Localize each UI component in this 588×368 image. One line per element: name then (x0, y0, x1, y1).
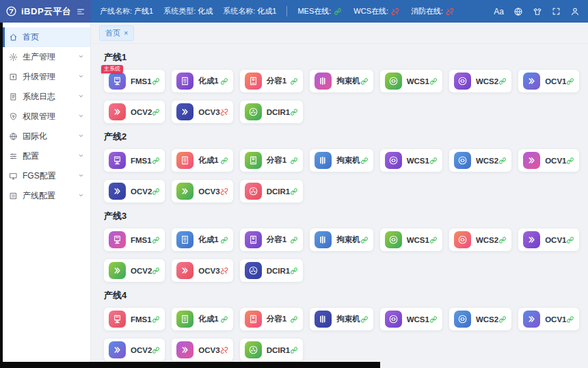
chevron-down-icon (77, 92, 85, 102)
header-status-item: 消防在线: (411, 6, 454, 16)
card-label: OCV3 (198, 187, 219, 196)
card-label: OCV1 (545, 77, 566, 86)
home-icon (9, 33, 18, 42)
language-globe-icon[interactable] (513, 7, 523, 16)
ocv-icon (176, 183, 193, 200)
card-fms1[interactable]: 主系统FMS1 (104, 70, 165, 92)
card-化成1[interactable]: 化成1 (172, 228, 232, 251)
link-status-online-icon (290, 187, 298, 196)
card-wcs2[interactable]: WCS2 (449, 308, 511, 330)
card-分容1[interactable]: 分容1 (240, 70, 304, 92)
card-wcs1[interactable]: WCS1 (380, 70, 442, 92)
header-info-label: 系统名称: (223, 7, 255, 15)
sidebar-item-config[interactable]: 配置 (0, 146, 90, 166)
card-分容1[interactable]: 分容1 (240, 149, 304, 172)
restraint-icon (315, 311, 332, 328)
card-化成1[interactable]: 化成1 (172, 149, 232, 172)
card-wcs2[interactable]: WCS2 (449, 149, 511, 172)
card-label: WCS2 (476, 236, 498, 244)
card-label: OCV1 (545, 236, 566, 244)
card-ocv2[interactable]: OCV2 (104, 180, 165, 202)
header-bar: iBDP云平台 产线名称:产线1系统类型:化成系统名称:化成1 MES在线:WC… (0, 0, 588, 23)
card-fms1[interactable]: FMS1 (104, 149, 165, 172)
ocv-icon (523, 73, 540, 90)
card-ocv1[interactable]: OCV1 (518, 70, 579, 92)
link-status-online-icon (290, 267, 298, 275)
card-label: OCV2 (131, 346, 152, 354)
card-dcir1[interactable]: DCIR1 (240, 180, 304, 202)
main-area: 首页 × 产线1主系统FMS1化成1分容1拘束机WCS1WCS2OCV1OCV2… (92, 23, 588, 368)
card-dcir1[interactable]: DCIR1 (240, 101, 304, 123)
card-label: 分容1 (267, 235, 286, 245)
link-status-online-icon (152, 315, 160, 324)
card-分容1[interactable]: 分容1 (240, 308, 304, 330)
card-ocv2[interactable]: OCV2 (104, 339, 165, 361)
fgs-icon (9, 172, 18, 181)
card-拘束机[interactable]: 拘束机 (310, 308, 373, 330)
link-status-online-icon (360, 77, 369, 86)
card-ocv1[interactable]: OCV1 (518, 228, 579, 251)
card-ocv3[interactable]: OCV3 (172, 339, 232, 361)
card-dcir1[interactable]: DCIR1 (240, 259, 304, 282)
tab-home[interactable]: 首页 × (99, 25, 134, 41)
chevron-down-icon (77, 152, 85, 161)
link-status-online-icon (152, 236, 160, 244)
sidebar-item-permission[interactable]: 权限管理 (0, 107, 90, 127)
card-wcs1[interactable]: WCS1 (380, 308, 442, 330)
card-ocv3[interactable]: OCV3 (172, 101, 232, 123)
card-wcs1[interactable]: WCS1 (380, 228, 442, 251)
ocv-icon (176, 103, 193, 120)
header-status-item: MES在线: (297, 6, 342, 16)
sidebar-item-home[interactable]: 首页 (0, 27, 90, 47)
header-info-label: 产线名称: (100, 7, 132, 15)
card-label: WCS2 (476, 315, 498, 324)
screen-edge-left (0, 23, 3, 368)
card-label: FMS1 (131, 315, 152, 324)
link-status-online-icon (429, 315, 438, 324)
card-ocv3[interactable]: OCV3 (172, 259, 232, 282)
card-label: DCIR1 (267, 346, 291, 354)
card-ocv2[interactable]: OCV2 (104, 101, 165, 123)
card-wcs2[interactable]: WCS2 (449, 228, 511, 251)
card-拘束机[interactable]: 拘束机 (310, 149, 373, 172)
tab-bar: 首页 × (92, 23, 588, 44)
production-line-section: 产线4FMS1化成1分容1拘束机WCS1WCS2OCV1OCV2OCV3DCIR… (104, 289, 578, 361)
ocv-icon (523, 231, 540, 248)
card-化成1[interactable]: 化成1 (172, 308, 232, 330)
card-label: WCS2 (476, 77, 498, 86)
sidebar-item-production[interactable]: 生产管理 (0, 47, 90, 67)
sidebar-item-fgs-config[interactable]: FGS配置 (0, 166, 90, 186)
card-拘束机[interactable]: 拘束机 (310, 70, 373, 92)
card-fms1[interactable]: FMS1 (104, 308, 165, 330)
card-拘束机[interactable]: 拘束机 (310, 228, 373, 251)
sidebar-item-line-config[interactable]: 产线配置 (0, 186, 90, 206)
card-ocv3[interactable]: OCV3 (172, 180, 232, 202)
sidebar-item-logs[interactable]: 系统日志 (0, 87, 90, 107)
tab-close-icon[interactable]: × (124, 29, 128, 37)
card-label: WCS1 (407, 77, 429, 86)
permission-icon (9, 112, 18, 121)
card-fms1[interactable]: FMS1 (104, 228, 165, 251)
sidebar-item-i18n[interactable]: 国际化 (0, 127, 90, 146)
collapse-sidebar-icon[interactable] (76, 7, 85, 16)
card-label: WCS1 (407, 236, 429, 244)
card-label: 化成1 (198, 314, 218, 324)
font-size-button[interactable]: Aa (494, 7, 504, 16)
fullscreen-icon[interactable] (552, 7, 561, 16)
card-wcs2[interactable]: WCS2 (449, 70, 511, 92)
header-status-label: 消防在线: (411, 6, 443, 16)
card-ocv1[interactable]: OCV1 (518, 308, 579, 330)
card-化成1[interactable]: 化成1 (172, 70, 232, 92)
sidebar-item-label: 配置 (23, 150, 39, 162)
card-分容1[interactable]: 分容1 (240, 228, 304, 251)
card-ocv2[interactable]: OCV2 (104, 259, 165, 282)
card-label: FMS1 (131, 157, 152, 165)
sidebar-item-upgrade[interactable]: 升级管理 (0, 67, 90, 87)
user-icon[interactable] (570, 7, 580, 16)
theme-tshirt-icon[interactable] (533, 7, 542, 16)
card-dcir1[interactable]: DCIR1 (240, 339, 304, 361)
card-ocv1[interactable]: OCV1 (518, 149, 579, 172)
main-system-badge: 主系统 (101, 65, 123, 73)
header-actions: Aa (494, 7, 580, 16)
card-wcs1[interactable]: WCS1 (380, 149, 442, 172)
